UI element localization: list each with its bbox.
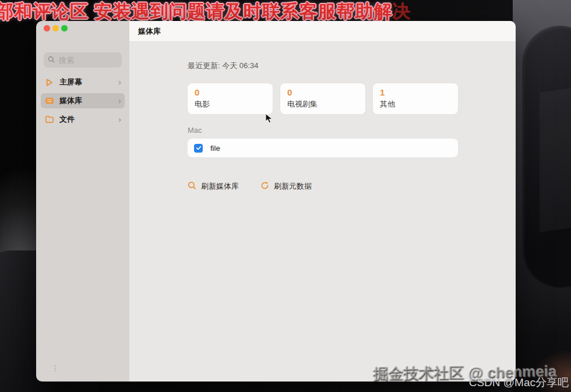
search-field[interactable] — [44, 52, 122, 68]
source-row-label: file — [210, 144, 220, 153]
actions-row: 刷新媒体库 刷新元数据 — [188, 181, 458, 192]
stat-label: 电视剧集 — [287, 99, 358, 110]
action-label: 刷新媒体库 — [201, 181, 239, 192]
sidebar-item-label: 文件 — [59, 114, 118, 125]
promo-banner-main: 部和评论区 安装遇到问题请及时联系客服帮助解 — [0, 1, 393, 22]
media-library-icon — [44, 96, 54, 106]
background-device-shape — [522, 26, 571, 288]
refresh-metadata-icon — [260, 181, 269, 192]
section-label-mac: Mac — [188, 126, 458, 135]
stat-card-other[interactable]: 1 其他 — [373, 83, 458, 114]
minimize-button[interactable] — [52, 25, 59, 31]
stat-card-movies[interactable]: 0 电影 — [188, 83, 273, 114]
sidebar-nav: 主屏幕 › 媒体库 › 文件 › — [41, 75, 125, 130]
background-device-glyph — [540, 87, 571, 232]
stat-value: 0 — [287, 87, 358, 97]
zoom-button[interactable] — [61, 25, 68, 31]
files-icon — [44, 115, 54, 125]
stat-value: 0 — [195, 87, 266, 97]
sidebar-overflow-ellipsis[interactable]: ⋮ — [52, 364, 59, 372]
stat-value: 1 — [380, 87, 451, 97]
screenshot-stage: 部和评论区 安装遇到问题请及时联系客服帮助解决 主屏 — [0, 0, 571, 392]
sidebar-item-label: 媒体库 — [59, 96, 118, 106]
refresh-metadata-button[interactable]: 刷新元数据 — [260, 181, 312, 192]
promo-banner-last-char: 决 — [393, 1, 411, 22]
chevron-right-icon: › — [118, 96, 121, 106]
watermark-secondary: CSDN @Mac分享吧 — [469, 375, 569, 390]
sidebar-item-home-screen[interactable]: 主屏幕 › — [41, 75, 125, 90]
close-button[interactable] — [44, 25, 50, 31]
search-icon — [48, 55, 58, 65]
stat-card-tv-series[interactable]: 0 电视剧集 — [280, 83, 365, 114]
stats-row: 0 电影 0 电视剧集 1 其他 — [188, 83, 458, 114]
stat-label: 其他 — [380, 99, 451, 110]
main-pane: 媒体库 最近更新: 今天 06:34 0 电影 0 电视剧集 1 其他 — [129, 21, 516, 382]
refresh-library-icon — [188, 181, 196, 192]
chevron-right-icon: › — [118, 77, 121, 87]
last-updated-text: 最近更新: 今天 06:34 — [188, 61, 458, 71]
checkbox-checked-icon — [196, 145, 202, 151]
search-input[interactable] — [58, 55, 118, 65]
sidebar-item-files[interactable]: 文件 › — [41, 112, 125, 127]
promo-banner-text: 部和评论区 安装遇到问题请及时联系客服帮助解决 — [0, 0, 411, 24]
traffic-lights — [44, 25, 68, 31]
home-screen-icon — [44, 77, 54, 87]
file-checkbox[interactable] — [194, 144, 203, 153]
page-title: 媒体库 — [138, 26, 161, 37]
content-area: 最近更新: 今天 06:34 0 电影 0 电视剧集 1 其他 Ma — [129, 42, 516, 382]
stat-label: 电影 — [195, 99, 266, 110]
source-row-file[interactable]: file — [188, 139, 458, 157]
app-window: 主屏幕 › 媒体库 › 文件 › ⋮ — [36, 21, 516, 382]
window-titlebar[interactable]: 媒体库 — [129, 21, 516, 42]
sidebar: 主屏幕 › 媒体库 › 文件 › ⋮ — [36, 21, 129, 382]
action-label: 刷新元数据 — [274, 181, 312, 192]
sidebar-item-media-library[interactable]: 媒体库 › — [41, 93, 125, 108]
refresh-library-button[interactable]: 刷新媒体库 — [188, 181, 239, 192]
chevron-right-icon: › — [118, 115, 121, 125]
sidebar-item-label: 主屏幕 — [59, 77, 118, 87]
